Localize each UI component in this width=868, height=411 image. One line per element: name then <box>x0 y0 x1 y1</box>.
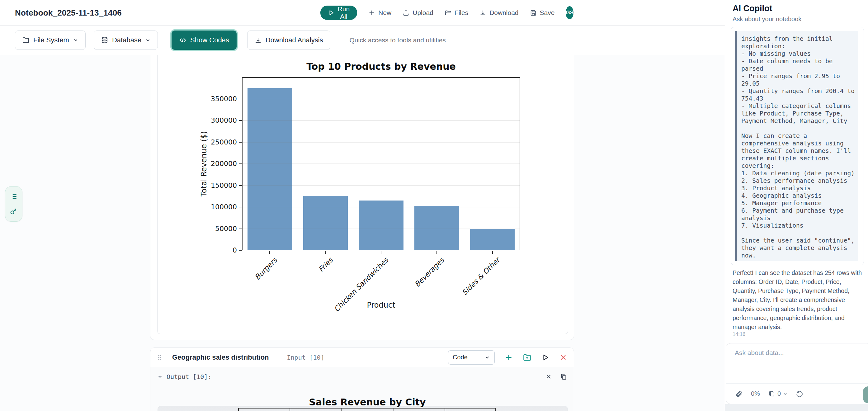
upload-label: Upload <box>412 9 433 17</box>
left-tools-pill <box>5 186 23 222</box>
copy-count: 0 <box>777 390 781 397</box>
code-icon <box>179 36 186 44</box>
download-label: Download <box>489 9 518 17</box>
notebook-title: Notebook_2025-11-13_1406 <box>15 0 122 26</box>
attach-icon[interactable] <box>735 390 743 398</box>
chevron-down-icon <box>485 355 490 360</box>
database-label: Database <box>112 36 141 44</box>
drag-handle-icon[interactable] <box>157 354 162 361</box>
toolbar-hint: Quick access to tools and utilities <box>350 36 446 44</box>
folder-icon <box>444 9 452 16</box>
clear-output-icon[interactable] <box>545 373 552 380</box>
quick-toolbar: File System Database Show Codes Download… <box>0 26 725 55</box>
run-all-button[interactable]: Run All <box>320 6 358 20</box>
download-analysis-button[interactable]: Download Analysis <box>247 31 330 50</box>
copy-output-icon[interactable] <box>560 373 567 380</box>
folder-plus-icon[interactable] <box>523 353 531 362</box>
file-system-label: File System <box>33 36 69 44</box>
chat-input-toolbar: 0% 0 <box>726 383 868 404</box>
plus-icon <box>368 9 375 16</box>
database-icon <box>101 36 108 44</box>
copilot-subtitle: Ask about your notebook <box>733 15 801 23</box>
x-axis-label: Product <box>367 301 395 310</box>
avatar[interactable]: GS <box>566 6 574 19</box>
file-system-dropdown[interactable]: File System <box>15 31 86 50</box>
delete-cell-icon[interactable] <box>559 354 567 361</box>
cell-input-label: Input [10] <box>287 354 324 361</box>
ai-copilot-panel: AI Copilot Ask about your notebook insig… <box>725 0 868 411</box>
assistant-thinking-block: insights from the initial exploration: -… <box>735 31 858 261</box>
chat-input-card: 0% 0 <box>726 343 868 404</box>
save-button[interactable]: Save <box>530 9 555 17</box>
save-label: Save <box>540 9 555 17</box>
chart2-title: Sales Revenue by City <box>309 397 426 408</box>
download-analysis-label: Download Analysis <box>266 36 323 44</box>
download-icon <box>479 9 486 16</box>
show-codes-button[interactable]: Show Codes <box>172 31 237 50</box>
language-selected-value: Code <box>453 354 485 361</box>
files-label: Files <box>455 9 468 17</box>
run-cell-icon[interactable] <box>541 353 550 361</box>
chevron-down-icon <box>73 37 79 43</box>
cell-title: Geographic sales distribution <box>172 353 269 361</box>
add-cell-icon[interactable] <box>505 353 513 361</box>
download-button[interactable]: Download <box>479 9 518 17</box>
assistant-message: insights from the initial exploration: -… <box>731 27 864 265</box>
run-all-label: Run All <box>338 5 350 20</box>
show-codes-label: Show Codes <box>190 36 229 44</box>
panel-bottom-strip <box>725 404 868 411</box>
y-axis-label: Total Revenue ($) <box>199 131 208 196</box>
new-button[interactable]: New <box>368 9 391 17</box>
output-label: Output [10]: <box>166 373 212 380</box>
top-header: Notebook_2025-11-13_1406 Run All New Upl… <box>0 0 725 26</box>
new-label: New <box>378 9 391 17</box>
cell-language-select[interactable]: Code <box>448 350 495 365</box>
copilot-title: AI Copilot <box>733 4 772 13</box>
thinking-text: insights from the initial exploration: -… <box>741 35 857 259</box>
assistant-message-text: Perfect! I can see the dataset has 254 r… <box>733 268 865 331</box>
ask-input[interactable] <box>735 349 859 380</box>
output-header-row: Output [10]: <box>157 367 567 386</box>
collapse-chevron-icon[interactable] <box>157 374 163 380</box>
header-actions: Run All New Upload Files Download <box>450 0 574 26</box>
key-icon[interactable] <box>10 208 18 216</box>
context-percent: 0% <box>751 390 760 397</box>
files-button[interactable]: Files <box>444 9 468 17</box>
cell-header: Geographic sales distribution Input [10]… <box>150 348 574 367</box>
message-timestamp: 14:16 <box>733 331 745 337</box>
upload-button[interactable]: Upload <box>403 9 433 17</box>
chart-title: Top 10 Products by Revenue <box>306 61 456 72</box>
folder-icon <box>22 36 30 44</box>
chart2-plot-frame <box>238 408 496 411</box>
upload-icon <box>403 9 409 16</box>
copied-cells-dropdown[interactable]: 0 <box>768 390 788 398</box>
chevron-down-icon <box>145 37 151 43</box>
outline-list-icon[interactable] <box>10 192 18 200</box>
download-icon <box>254 36 262 44</box>
play-icon <box>328 9 335 16</box>
send-button[interactable] <box>863 386 868 403</box>
save-icon <box>530 9 537 16</box>
database-dropdown[interactable]: Database <box>94 31 158 50</box>
reset-conversation-icon[interactable] <box>796 390 803 398</box>
